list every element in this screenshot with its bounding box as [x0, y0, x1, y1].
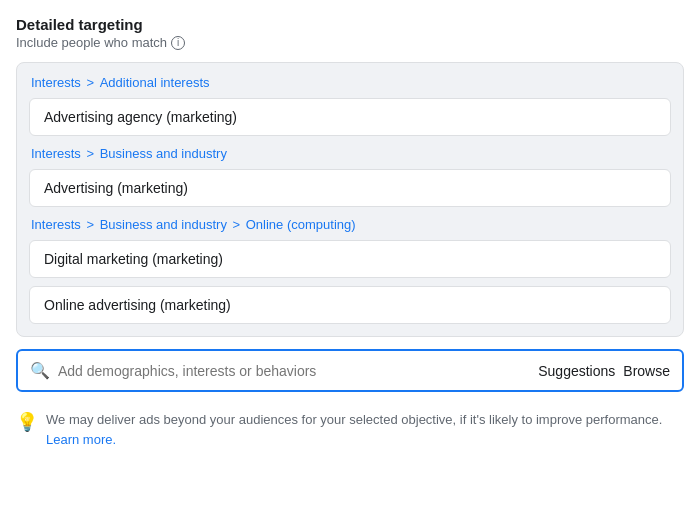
separator-3: > [86, 217, 97, 232]
search-actions: Suggestions Browse [538, 363, 670, 379]
separator-2: > [86, 146, 97, 161]
interest-item-advertising: Advertising (marketing) [29, 169, 671, 207]
breadcrumb-link-interests-2[interactable]: Interests [31, 146, 81, 161]
separator-4: > [233, 217, 244, 232]
subtitle-text: Include people who match [16, 35, 167, 50]
footer-notice-text: We may deliver ads beyond your audiences… [46, 410, 684, 449]
footer-notice: 💡 We may deliver ads beyond your audienc… [16, 406, 684, 453]
breadcrumb-1: Interests > Additional interests [29, 75, 671, 90]
interest-item-advertising-agency: Advertising agency (marketing) [29, 98, 671, 136]
breadcrumb-link-interests-1[interactable]: Interests [31, 75, 81, 90]
section-business-industry-1: Interests > Business and industry Advert… [29, 146, 671, 207]
interest-item-digital-marketing: Digital marketing (marketing) [29, 240, 671, 278]
suggestions-button[interactable]: Suggestions [538, 363, 615, 379]
breadcrumb-2: Interests > Business and industry [29, 146, 671, 161]
separator: > [86, 75, 97, 90]
breadcrumb-link-online-computing[interactable]: Online (computing) [246, 217, 356, 232]
section-additional-interests: Interests > Additional interests Adverti… [29, 75, 671, 136]
search-icon: 🔍 [30, 361, 50, 380]
bulb-icon: 💡 [16, 409, 38, 436]
targeting-container: Interests > Additional interests Adverti… [16, 62, 684, 337]
breadcrumb-link-interests-3[interactable]: Interests [31, 217, 81, 232]
search-input[interactable] [58, 363, 530, 379]
learn-more-link[interactable]: Learn more. [46, 432, 116, 447]
breadcrumb-link-business-industry-2[interactable]: Business and industry [100, 217, 227, 232]
interest-item-online-advertising: Online advertising (marketing) [29, 286, 671, 324]
browse-button[interactable]: Browse [623, 363, 670, 379]
section-business-industry-2: Interests > Business and industry > Onli… [29, 217, 671, 324]
breadcrumb-link-additional-interests[interactable]: Additional interests [100, 75, 210, 90]
breadcrumb-3: Interests > Business and industry > Onli… [29, 217, 671, 232]
search-box[interactable]: 🔍 Suggestions Browse [16, 349, 684, 392]
info-icon[interactable]: i [171, 36, 185, 50]
page-title: Detailed targeting [16, 16, 684, 33]
breadcrumb-link-business-industry-1[interactable]: Business and industry [100, 146, 227, 161]
